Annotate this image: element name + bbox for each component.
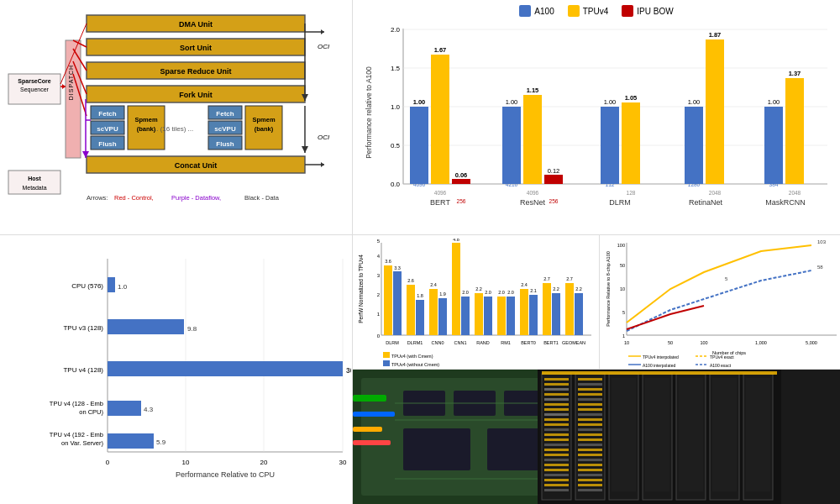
svg-rect-280	[578, 403, 602, 406]
pcb-svg	[353, 370, 538, 504]
svg-rect-166	[452, 243, 460, 335]
svg-text:Performance Relative to CPU: Performance Relative to CPU	[176, 470, 275, 479]
svg-rect-278	[578, 393, 602, 396]
legend-tpuv4: TPUv4	[568, 5, 609, 17]
svg-rect-297	[578, 489, 602, 491]
pcb-photo	[353, 370, 538, 504]
svg-text:PerfW Normalized to TPUv4: PerfW Normalized to TPUv4	[358, 255, 364, 323]
svg-text:BERT0: BERT0	[521, 340, 536, 345]
legend-ipu: IPU BOW	[622, 5, 673, 17]
small-bar-chart: PerfW Normalized to TPUv4 0 1 2 3 4 5 3.…	[353, 235, 600, 369]
bottom-right: PerfW Normalized to TPUv4 0 1 2 3 4 5 3.…	[353, 235, 840, 504]
svg-text:5: 5	[377, 239, 381, 244]
svg-text:Arrows:: Arrows:	[87, 194, 108, 202]
svg-rect-289	[578, 449, 602, 451]
svg-text:10: 10	[182, 459, 190, 466]
svg-rect-302	[746, 378, 770, 491]
svg-text:5: 5	[622, 310, 625, 315]
svg-text:1: 1	[377, 312, 381, 317]
svg-text:CNN1: CNN1	[454, 340, 467, 345]
svg-rect-111	[785, 78, 804, 184]
svg-rect-234	[403, 428, 470, 470]
svg-rect-108	[764, 107, 783, 184]
svg-rect-292	[578, 464, 602, 466]
svg-text:112: 112	[606, 181, 615, 187]
legend-dot-ipu	[622, 5, 633, 17]
svg-text:TPUv4 exact: TPUv4 exact	[710, 354, 734, 360]
svg-text:TPUv4 interpolated: TPUv4 interpolated	[643, 354, 679, 360]
svg-rect-140	[108, 433, 154, 449]
main-container: SparseCore Sequencer DISPATCH DMA Unit S…	[0, 0, 840, 504]
svg-text:2.0: 2.0	[507, 290, 514, 295]
svg-text:1.00: 1.00	[413, 98, 426, 106]
svg-rect-80	[452, 179, 470, 184]
svg-text:(bank): (bank)	[255, 125, 274, 133]
svg-text:OCI: OCI	[318, 43, 330, 50]
svg-text:Host: Host	[28, 176, 41, 181]
svg-text:Performance Relative to 8-chip: Performance Relative to 8-chip A100	[606, 251, 611, 327]
svg-text:0.0: 0.0	[391, 181, 401, 188]
svg-text:128: 128	[627, 190, 636, 196]
svg-text:MaskRCNN: MaskRCNN	[765, 198, 806, 207]
svg-rect-275	[578, 378, 602, 381]
arch-diagram: SparseCore Sequencer DISPATCH DMA Unit S…	[0, 0, 353, 235]
svg-rect-158	[416, 300, 424, 335]
svg-rect-129	[108, 319, 184, 334]
svg-rect-279	[578, 398, 602, 401]
svg-text:2.0: 2.0	[391, 26, 401, 34]
svg-rect-261	[544, 423, 569, 426]
svg-text:2.2: 2.2	[475, 286, 482, 291]
svg-rect-228	[353, 412, 395, 417]
line-chart-svg: Performance Relative to 8-chip A100 1 5 …	[603, 239, 840, 369]
svg-rect-277	[578, 388, 602, 391]
svg-text:2.7: 2.7	[543, 276, 550, 281]
svg-text:scVPU: scVPU	[214, 125, 236, 133]
svg-text:2048: 2048	[789, 190, 801, 196]
svg-rect-264	[544, 438, 569, 441]
svg-rect-258	[544, 408, 569, 411]
svg-text:CNN0: CNN0	[432, 340, 444, 345]
svg-rect-300	[679, 378, 703, 491]
svg-rect-253	[544, 383, 569, 386]
svg-rect-260	[544, 418, 569, 421]
svg-text:Sort Unit: Sort Unit	[180, 44, 212, 52]
svg-text:1.67: 1.67	[434, 46, 447, 54]
svg-text:1.00: 1.00	[506, 98, 518, 106]
svg-rect-178	[507, 297, 515, 335]
svg-rect-303	[542, 371, 777, 375]
svg-text:2.0: 2.0	[485, 290, 491, 295]
svg-rect-294	[578, 474, 602, 476]
svg-text:0.06: 0.06	[455, 171, 468, 179]
small-bar-svg: PerfW Normalized to TPUv4 0 1 2 3 4 5 3.…	[356, 239, 596, 369]
svg-rect-181	[520, 289, 528, 335]
dc-svg	[538, 370, 781, 504]
svg-rect-151	[384, 265, 392, 335]
svg-rect-293	[578, 469, 602, 471]
svg-text:100: 100	[700, 340, 707, 345]
svg-rect-281	[578, 408, 602, 411]
svg-rect-254	[544, 388, 569, 391]
svg-rect-285	[578, 428, 602, 431]
svg-text:4096: 4096	[434, 190, 447, 196]
svg-rect-191	[565, 283, 574, 335]
svg-rect-298	[612, 378, 636, 491]
legend-label-ipu: IPU BOW	[637, 7, 673, 16]
svg-text:DLRM: DLRM	[386, 340, 399, 345]
svg-text:0: 0	[106, 459, 110, 466]
svg-rect-94	[601, 107, 619, 184]
svg-rect-77	[431, 55, 449, 184]
svg-rect-186	[543, 283, 551, 335]
svg-text:DISPATCH: DISPATCH	[68, 65, 74, 100]
svg-text:BERT: BERT	[430, 198, 450, 207]
svg-rect-156	[407, 285, 415, 335]
svg-text:1.8: 1.8	[417, 293, 423, 298]
svg-text:Spmem: Spmem	[134, 116, 157, 123]
svg-text:Sequencer: Sequencer	[20, 87, 50, 93]
svg-text:9.8: 9.8	[187, 325, 197, 333]
svg-text:Flush: Flush	[98, 140, 116, 148]
svg-text:4096: 4096	[527, 190, 539, 196]
svg-text:1.00: 1.00	[688, 98, 701, 106]
svg-text:DLRM: DLRM	[609, 198, 631, 207]
svg-rect-263	[544, 433, 569, 436]
svg-text:1.05: 1.05	[625, 94, 638, 102]
